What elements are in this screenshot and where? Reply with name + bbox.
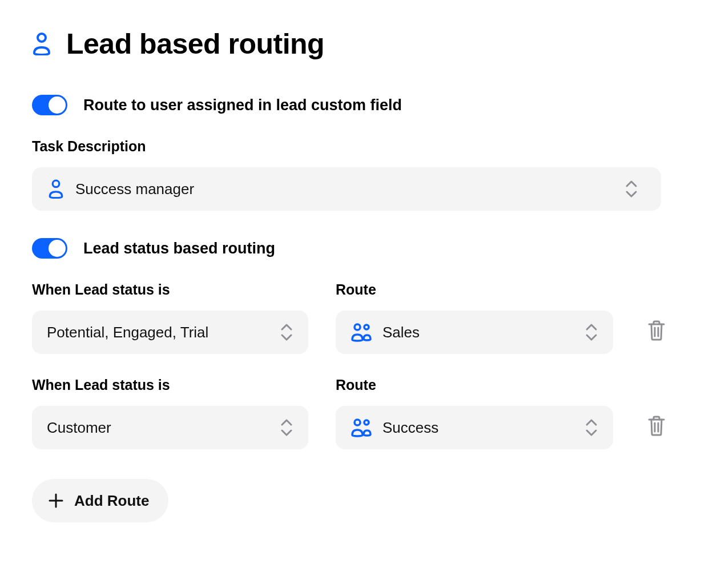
custom-field-toggle-label: Route to user assigned in lead custom fi… [83,96,402,114]
svg-point-4 [355,420,360,425]
route-column: Route Sales [336,281,613,354]
status-routing-toggle[interactable] [32,238,67,259]
chevron-up-down-icon [583,322,599,343]
add-route-button[interactable]: Add Route [32,479,168,522]
when-label: When Lead status is [32,281,308,298]
when-column: When Lead status is Customer [32,377,308,449]
team-icon [351,418,372,437]
team-icon [351,323,372,342]
route-target-value: Success [382,419,438,437]
toggle-knob [49,240,66,257]
route-label: Route [336,281,613,298]
chevron-up-down-icon [279,417,295,438]
route-row: When Lead status is Potential, Engaged, … [32,281,661,354]
add-route-label: Add Route [74,492,149,510]
trash-icon [647,415,666,437]
when-status-select[interactable]: Customer [32,406,308,449]
route-column: Route Success [336,377,613,449]
task-description-select[interactable]: Success manager [32,167,661,211]
delete-column [641,404,672,448]
card-header: Lead based routing [32,27,661,61]
delete-route-button[interactable] [645,319,668,342]
lead-routing-card: Lead based routing Route to user assigne… [5,0,688,552]
custom-field-toggle[interactable] [32,95,67,115]
when-label: When Lead status is [32,377,308,393]
route-target-select[interactable]: Success [336,406,613,449]
trash-icon [647,320,666,341]
user-icon [48,179,64,199]
chevron-up-down-icon [279,322,295,343]
delete-column [641,309,672,352]
route-row: When Lead status is Customer Route Succe… [32,377,661,449]
svg-point-3 [364,325,369,329]
svg-point-0 [38,34,46,42]
delete-route-button[interactable] [645,414,668,437]
when-column: When Lead status is Potential, Engaged, … [32,281,308,354]
when-status-select[interactable]: Potential, Engaged, Trial [32,311,308,354]
svg-point-2 [355,324,360,330]
status-routing-toggle-label: Lead status based routing [83,240,275,257]
task-description-value: Success manager [75,180,194,198]
chevron-up-down-icon [583,417,599,438]
toggle-knob [49,96,66,114]
user-icon [32,33,51,55]
route-target-select[interactable]: Sales [336,311,613,354]
task-description-label: Task Description [32,138,661,155]
custom-field-toggle-row: Route to user assigned in lead custom fi… [32,95,661,115]
plus-icon [48,493,64,509]
status-routing-toggle-row: Lead status based routing [32,238,661,259]
svg-point-5 [364,420,369,425]
route-label: Route [336,377,613,393]
chevron-up-down-icon [623,179,639,199]
svg-point-1 [53,180,59,187]
page-title: Lead based routing [66,27,324,61]
route-target-value: Sales [382,324,420,341]
when-status-value: Potential, Engaged, Trial [47,324,208,341]
when-status-value: Customer [47,419,111,437]
